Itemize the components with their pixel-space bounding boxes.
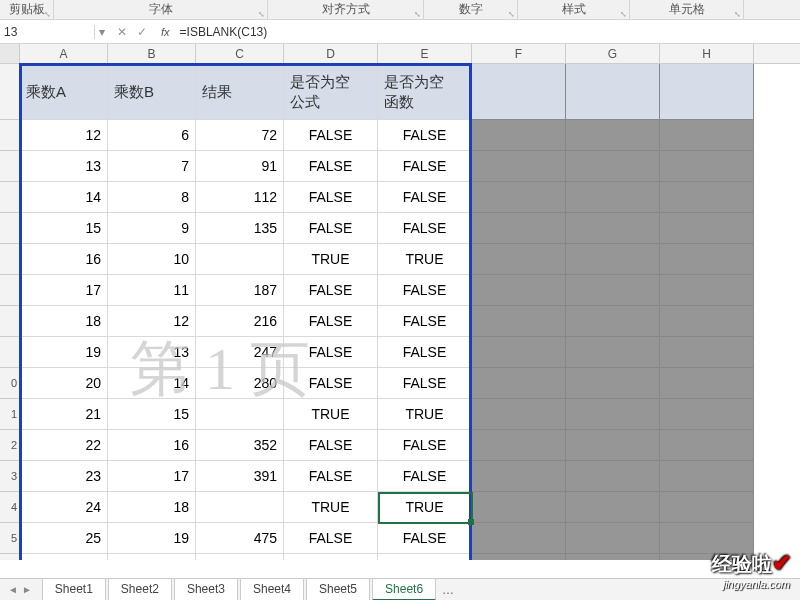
cell-a[interactable]: 13 xyxy=(20,151,108,182)
cell-b[interactable]: 13 xyxy=(108,337,196,368)
cell-c[interactable]: 247 xyxy=(196,337,284,368)
cells-area[interactable]: 乘数A乘数B结果是否为空公式是否为空函数12672FALSEFALSE13791… xyxy=(20,64,754,560)
cell-a[interactable]: 18 xyxy=(20,306,108,337)
row-header[interactable] xyxy=(0,151,20,182)
cell-b[interactable]: 15 xyxy=(108,399,196,430)
ribbon-group-0[interactable]: 剪贴板⤡ xyxy=(0,0,54,19)
empty[interactable] xyxy=(566,461,660,492)
ribbon-group-2[interactable]: 对齐方式⤡ xyxy=(268,0,424,19)
col-header-E[interactable]: E xyxy=(378,44,472,63)
empty[interactable] xyxy=(660,368,754,399)
cell-d[interactable]: FALSE xyxy=(284,368,378,399)
cell-c[interactable] xyxy=(196,399,284,430)
empty[interactable] xyxy=(472,554,566,560)
empty[interactable] xyxy=(566,368,660,399)
sheet-tab-sheet1[interactable]: Sheet1 xyxy=(42,578,106,600)
cell-e[interactable]: FALSE xyxy=(378,337,472,368)
row-header[interactable] xyxy=(0,120,20,151)
select-all-corner[interactable] xyxy=(0,44,20,63)
cell-e[interactable]: FALSE xyxy=(378,213,472,244)
ribbon-group-4[interactable]: 样式⤡ xyxy=(518,0,630,19)
col-header-D[interactable]: D xyxy=(284,44,378,63)
cell-e[interactable]: FALSE xyxy=(378,151,472,182)
cell-e[interactable]: FALSE xyxy=(378,306,472,337)
cell-b[interactable]: 19 xyxy=(108,523,196,554)
empty[interactable] xyxy=(472,244,566,275)
cell-c[interactable]: 391 xyxy=(196,461,284,492)
row-header[interactable] xyxy=(0,337,20,368)
cell-d[interactable]: FALSE xyxy=(284,182,378,213)
cell-d[interactable]: TRUE xyxy=(284,244,378,275)
empty[interactable] xyxy=(472,337,566,368)
empty[interactable] xyxy=(660,306,754,337)
cell-a[interactable]: 12 xyxy=(20,120,108,151)
dialog-launcher-icon[interactable]: ⤡ xyxy=(258,10,265,19)
cell-b[interactable]: 18 xyxy=(108,492,196,523)
cell-b[interactable]: 14 xyxy=(108,368,196,399)
empty[interactable] xyxy=(472,306,566,337)
row-header[interactable]: 6 xyxy=(0,554,20,560)
cell-d[interactable]: FALSE xyxy=(284,430,378,461)
row-header[interactable] xyxy=(0,64,20,120)
sheet-tab-sheet4[interactable]: Sheet4 xyxy=(240,578,304,600)
hdr-d[interactable]: 是否为空公式 xyxy=(284,64,378,120)
tab-last-icon[interactable]: ► xyxy=(22,584,32,595)
cell-e[interactable]: FALSE xyxy=(378,554,472,560)
cell-c[interactable]: 352 xyxy=(196,430,284,461)
cell-a[interactable]: 23 xyxy=(20,461,108,492)
row-header[interactable]: 0 xyxy=(0,368,20,399)
cancel-icon[interactable]: ✕ xyxy=(117,25,127,39)
cell-b[interactable]: 7 xyxy=(108,151,196,182)
sheet-tab-sheet5[interactable]: Sheet5 xyxy=(306,578,370,600)
cell-b[interactable]: 16 xyxy=(108,430,196,461)
cell-d[interactable]: FALSE xyxy=(284,337,378,368)
cell-d[interactable]: FALSE xyxy=(284,120,378,151)
col-header-G[interactable]: G xyxy=(566,44,660,63)
empty[interactable] xyxy=(472,213,566,244)
empty[interactable] xyxy=(660,275,754,306)
name-box-dropdown-icon[interactable]: ▾ xyxy=(95,25,109,39)
sheet-tab-sheet6[interactable]: Sheet6 xyxy=(372,578,436,600)
empty[interactable] xyxy=(472,120,566,151)
row-header[interactable] xyxy=(0,182,20,213)
cell-a[interactable]: 25 xyxy=(20,523,108,554)
cell-b[interactable]: 6 xyxy=(108,120,196,151)
cell-d[interactable]: FALSE xyxy=(284,213,378,244)
cell-a[interactable]: 15 xyxy=(20,213,108,244)
cell-a[interactable]: 16 xyxy=(20,244,108,275)
cell-c[interactable]: 216 xyxy=(196,306,284,337)
empty[interactable] xyxy=(566,399,660,430)
empty[interactable] xyxy=(472,151,566,182)
empty[interactable] xyxy=(566,492,660,523)
col-header-C[interactable]: C xyxy=(196,44,284,63)
empty[interactable] xyxy=(566,64,660,120)
cell-c[interactable] xyxy=(196,244,284,275)
dialog-launcher-icon[interactable]: ⤡ xyxy=(508,10,515,19)
cell-a[interactable]: 22 xyxy=(20,430,108,461)
cell-e[interactable]: FALSE xyxy=(378,120,472,151)
empty[interactable] xyxy=(566,306,660,337)
col-header-H[interactable]: H xyxy=(660,44,754,63)
row-header[interactable] xyxy=(0,275,20,306)
empty[interactable] xyxy=(472,523,566,554)
cell-b[interactable]: 12 xyxy=(108,306,196,337)
cell-a[interactable]: 24 xyxy=(20,492,108,523)
cell-b[interactable]: 20 xyxy=(108,554,196,560)
sheet-tab-sheet2[interactable]: Sheet2 xyxy=(108,578,172,600)
empty[interactable] xyxy=(566,244,660,275)
empty[interactable] xyxy=(472,430,566,461)
empty[interactable] xyxy=(660,120,754,151)
cell-d[interactable]: FALSE xyxy=(284,306,378,337)
cell-c[interactable]: 280 xyxy=(196,368,284,399)
cell-e[interactable]: FALSE xyxy=(378,368,472,399)
tab-first-icon[interactable]: ◄ xyxy=(8,584,18,595)
empty[interactable] xyxy=(660,492,754,523)
hdr-a[interactable]: 乘数A xyxy=(20,64,108,120)
empty[interactable] xyxy=(660,399,754,430)
cell-e[interactable]: TRUE xyxy=(378,399,472,430)
empty[interactable] xyxy=(566,213,660,244)
row-header[interactable]: 3 xyxy=(0,461,20,492)
empty[interactable] xyxy=(660,213,754,244)
cell-c[interactable]: 475 xyxy=(196,523,284,554)
cell-e[interactable]: TRUE xyxy=(378,244,472,275)
